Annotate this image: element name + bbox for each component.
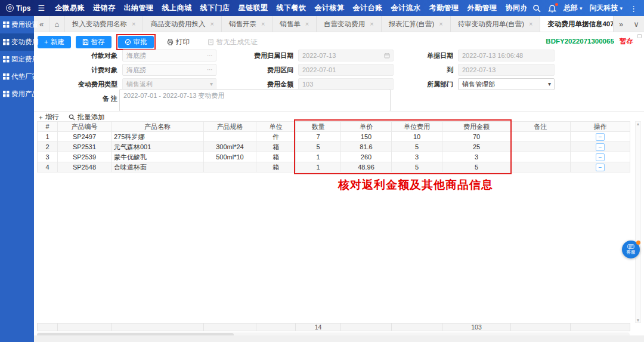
- tab-daishen-biandong[interactable]: 待审变动费用单(自营)×: [451, 16, 541, 32]
- cell-note[interactable]: [511, 142, 571, 152]
- cell-qty[interactable]: 7: [296, 132, 341, 142]
- department-select[interactable]: 销售管理部 ▾: [458, 78, 555, 90]
- org-selector[interactable]: 总部 ▾: [564, 3, 583, 13]
- cell-qty[interactable]: 5: [296, 142, 341, 152]
- cell-code[interactable]: SP2497: [58, 132, 112, 142]
- delete-row-button[interactable]: −: [596, 133, 605, 141]
- row-index-link[interactable]: 3: [38, 152, 58, 162]
- menu-item-kuaiji-liushui[interactable]: 会计流水: [387, 0, 425, 16]
- cell-price[interactable]: 81.6: [341, 142, 392, 152]
- cell-spec[interactable]: [204, 162, 256, 172]
- menu-item-qiwei[interactable]: 企微易账: [51, 0, 89, 16]
- tab-shangpin-biandong[interactable]: 商品变动费用投入×: [143, 16, 221, 32]
- cell-note[interactable]: [511, 152, 571, 162]
- add-row-button[interactable]: + 增行: [39, 113, 59, 122]
- cell-price[interactable]: 150: [341, 132, 392, 142]
- menu-item-xinglian[interactable]: 星链联盟: [234, 0, 273, 16]
- tab-biandong-danju-4078[interactable]: 变动费用单据信息4078×: [540, 16, 613, 32]
- menu-item-kaoqin[interactable]: 考勤管理: [425, 0, 463, 16]
- tab-baobiao-huisuan[interactable]: 报表汇算(自营)×: [382, 16, 451, 32]
- row-index-link[interactable]: 4: [38, 162, 58, 172]
- tab-ziying-biandong[interactable]: 自营变动费用×: [317, 16, 381, 32]
- collapse-form-icon[interactable]: [637, 34, 642, 38]
- sidebar-item-daidian-changjia[interactable]: 代垫厂家: [0, 68, 34, 85]
- cell-name[interactable]: 275科罗娜: [112, 132, 204, 142]
- delete-row-button[interactable]: −: [596, 143, 605, 151]
- cell-qty[interactable]: 1: [296, 152, 341, 162]
- cell-spec[interactable]: 300ml*24: [204, 142, 256, 152]
- cell-spec[interactable]: [204, 132, 256, 142]
- tab-touru-biandong[interactable]: 投入变动费用名称×: [65, 16, 143, 32]
- sidebar-item-feiyong-chanpin[interactable]: 费用产品: [0, 85, 34, 103]
- cell-unit-fee[interactable]: 5: [392, 162, 442, 172]
- cell-amount[interactable]: 70: [442, 132, 511, 142]
- cell-note[interactable]: [511, 132, 571, 142]
- sidebar-item-guding-feiyong[interactable]: 固定费用: [0, 51, 34, 68]
- close-icon[interactable]: ×: [305, 20, 309, 27]
- menu-item-xietong[interactable]: 协同办公: [501, 0, 527, 16]
- menu-item-jinxiaocun[interactable]: 进销存: [89, 0, 120, 16]
- cell-amount[interactable]: 3: [442, 152, 511, 162]
- cell-name[interactable]: 蒙牛优酸乳: [112, 152, 204, 162]
- sidebar-item-biandong-feiyong[interactable]: 变动费用: [0, 33, 34, 51]
- menu-item-xianshang[interactable]: 线上商城: [158, 0, 196, 16]
- scroll-down-icon[interactable]: ▼: [636, 318, 640, 322]
- cell-code[interactable]: SP2539: [58, 152, 112, 162]
- cell-unit[interactable]: 箱: [256, 162, 296, 172]
- cell-note[interactable]: [511, 162, 571, 172]
- close-icon[interactable]: ×: [261, 20, 265, 27]
- scroll-up-icon[interactable]: ▲: [636, 122, 640, 126]
- cell-name[interactable]: 元气森林001: [112, 142, 204, 152]
- home-icon[interactable]: ⌂: [49, 16, 65, 32]
- cell-unit[interactable]: 件: [256, 132, 296, 142]
- delete-row-button[interactable]: −: [596, 164, 605, 171]
- cell-price[interactable]: 48.96: [341, 162, 392, 172]
- sidebar-item-feiyong-shezhi[interactable]: 费用设置: [0, 16, 34, 33]
- menu-item-chuna[interactable]: 出纳管理: [120, 0, 158, 16]
- menu-item-kuaiji-hesuan[interactable]: 会计核算: [311, 0, 349, 16]
- payee-field[interactable]: 海底捞 ⋯: [122, 50, 216, 61]
- hamburger-menu-icon[interactable]: ☰: [35, 4, 51, 13]
- cell-name[interactable]: 合味道杯面: [112, 162, 204, 172]
- close-icon[interactable]: ×: [439, 20, 442, 27]
- menu-item-kuaiji-taizhang[interactable]: 会计台账: [349, 0, 387, 16]
- ellipsis-picker-icon[interactable]: ⋯: [207, 64, 213, 75]
- row-index-link[interactable]: 2: [38, 142, 58, 152]
- cell-code[interactable]: SP2548: [58, 162, 112, 172]
- menu-item-waiqin[interactable]: 外勤管理: [463, 0, 501, 16]
- print-button[interactable]: 打印: [160, 36, 196, 48]
- row-index-link[interactable]: 1: [38, 132, 58, 142]
- cell-unit-fee[interactable]: 3: [392, 152, 442, 162]
- cell-amount[interactable]: 25: [442, 142, 511, 152]
- notification-bell-icon[interactable]: [548, 4, 556, 13]
- close-icon[interactable]: ×: [529, 20, 532, 27]
- billing-field[interactable]: 海底捞 ⋯: [122, 64, 216, 76]
- close-icon[interactable]: ×: [370, 20, 373, 27]
- menu-item-xianxia-store[interactable]: 线下门店: [196, 0, 234, 16]
- tab-xiaoshou-kaipiao[interactable]: 销售开票×: [222, 16, 273, 32]
- delete-row-button[interactable]: −: [596, 153, 605, 161]
- cell-unit-fee[interactable]: 5: [392, 142, 442, 152]
- vertical-scrollbar[interactable]: ▲ ▼: [635, 121, 641, 323]
- note-textarea[interactable]: 2022-07-01 - 2022-07-13 变动费用: [119, 89, 391, 112]
- tab-xiaoshou-dan[interactable]: 销售单×: [273, 16, 317, 32]
- more-options-icon[interactable]: ⋮: [630, 4, 638, 13]
- expand-tabs-icon[interactable]: »: [613, 16, 628, 32]
- cell-code[interactable]: SP2531: [58, 142, 112, 152]
- cell-unit[interactable]: 箱: [256, 142, 296, 152]
- close-icon[interactable]: ×: [132, 20, 135, 27]
- customer-service-button[interactable]: 客服: [622, 241, 640, 258]
- menu-item-xianxia-food[interactable]: 线下餐饮: [273, 0, 311, 16]
- company-selector[interactable]: 问天科技 ▾: [589, 3, 623, 13]
- cell-unit-fee[interactable]: 10: [392, 132, 442, 142]
- ellipsis-picker-icon[interactable]: ⋯: [207, 50, 213, 61]
- cell-unit[interactable]: 箱: [256, 152, 296, 162]
- cell-spec[interactable]: 500ml*10: [204, 152, 256, 162]
- cell-qty[interactable]: 1: [296, 162, 341, 172]
- new-button[interactable]: + 新建: [38, 36, 71, 48]
- search-icon[interactable]: [532, 4, 541, 13]
- save-draft-button[interactable]: 暂存: [76, 36, 112, 48]
- cell-amount[interactable]: 5: [442, 162, 511, 172]
- tab-list-dropdown-icon[interactable]: ∨: [628, 16, 644, 32]
- batch-add-button[interactable]: 批量添加: [69, 113, 105, 122]
